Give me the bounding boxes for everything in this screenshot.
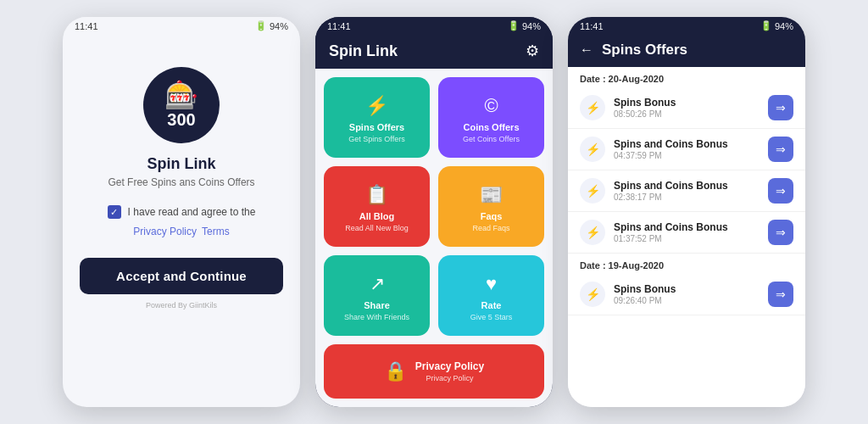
phone2-grid: ⚡ Spins Offers Get Spins Offers © Coins … [315, 69, 553, 407]
status-bar-1: 11:41 🔋 94% [63, 17, 300, 35]
share-icon: ↗ [370, 273, 385, 295]
app-tagline: Get Free Spins ans Coins Offers [108, 176, 254, 188]
coins-offers-tile[interactable]: © Coins Offers Get Coins Offers [438, 77, 544, 158]
app-logo: 🎰 300 [143, 67, 220, 143]
item-time: 09:26:40 PM [614, 296, 760, 305]
phone2-header: Spin Link ⚙ [315, 35, 553, 69]
list-item: ⚡ Spins and Coins Bonus 04:37:59 PM ⇒ [568, 129, 805, 170]
settings-gear-icon[interactable]: ⚙ [526, 42, 539, 60]
agree-checkbox[interactable]: ✓ [108, 205, 121, 219]
phone3-list: Date : 20-Aug-2020 ⚡ Spins Bonus 08:50:2… [568, 67, 805, 407]
spins-offers-page-title: Spins Offers [602, 42, 687, 59]
item-text: Spins Bonus 08:50:26 PM [614, 97, 760, 119]
phone1-body: 🎰 300 Spin Link Get Free Spins ans Coins… [63, 35, 300, 407]
privacy-policy-link[interactable]: Privacy Policy [133, 226, 197, 237]
battery-icon-2: 🔋 [508, 20, 520, 31]
coins-offers-label: Coins Offers [463, 122, 519, 133]
privacy-policy-sublabel: Privacy Policy [415, 374, 484, 382]
check-icon: ✓ [110, 207, 118, 218]
time-1: 11:41 [75, 21, 98, 31]
faqs-icon: 📰 [480, 184, 503, 206]
arrow-button[interactable]: ⇒ [768, 95, 793, 120]
arrow-button[interactable]: ⇒ [768, 282, 793, 307]
bolt-icon: ⚡ [580, 178, 605, 204]
item-time: 04:37:59 PM [614, 151, 760, 160]
list-item: ⚡ Spins and Coins Bonus 01:37:52 PM ⇒ [568, 212, 805, 254]
item-text: Spins and Coins Bonus 02:38:17 PM [614, 180, 760, 202]
share-label: Share [364, 300, 390, 311]
rate-label: Rate [481, 300, 502, 311]
logo-icon: 🎰 [164, 81, 198, 109]
spins-offers-sublabel: Get Spins Offers [348, 135, 404, 143]
battery-1: 🔋 94% [255, 20, 288, 31]
phone3-header: ← Spins Offers [568, 35, 805, 67]
blog-icon: 📋 [365, 184, 388, 206]
phone-3: 11:41 🔋 94% ← Spins Offers Date : 20-Aug… [568, 17, 805, 407]
share-sublabel: Share With Friends [344, 313, 409, 321]
item-title: Spins Bonus [614, 283, 760, 295]
lock-icon: 🔒 [384, 360, 407, 382]
powered-by: Powered By GiintKils [146, 301, 217, 310]
logo-number: 300 [167, 110, 195, 129]
list-item: ⚡ Spins and Coins Bonus 02:38:17 PM ⇒ [568, 170, 805, 212]
back-button[interactable]: ← [580, 42, 593, 58]
faqs-sublabel: Read Faqs [472, 224, 509, 232]
item-time: 08:50:26 PM [614, 109, 760, 119]
bolt-icon: ⚡ [580, 95, 605, 120]
arrow-button[interactable]: ⇒ [768, 137, 793, 162]
item-title: Spins and Coins Bonus [614, 221, 760, 233]
status-bar-2: 11:41 🔋 94% [315, 17, 553, 35]
arrow-button[interactable]: ⇒ [768, 220, 793, 245]
item-title: Spins Bonus [614, 97, 760, 109]
faqs-tile[interactable]: 📰 Faqs Read Faqs [438, 166, 544, 247]
rate-sublabel: Give 5 Stars [470, 313, 513, 321]
terms-link[interactable]: Terms [202, 226, 230, 237]
app-name: Spin Link [147, 155, 216, 173]
list-item: ⚡ Spins Bonus 08:50:26 PM ⇒ [568, 87, 805, 129]
faqs-label: Faqs [481, 211, 503, 222]
spins-offers-label: Spins Offers [349, 122, 404, 133]
item-time: 02:38:17 PM [614, 192, 760, 202]
bolt-icon: ⚡ [580, 137, 605, 162]
item-text: Spins Bonus 09:26:40 PM [614, 283, 760, 305]
bolt-icon: ⚡ [580, 282, 605, 307]
rate-tile[interactable]: ♥ Rate Give 5 Stars [438, 255, 544, 336]
arrow-button[interactable]: ⇒ [768, 178, 793, 204]
phone2-app-title: Spin Link [329, 42, 398, 60]
list-item: ⚡ Spins Bonus 09:26:40 PM ⇒ [568, 274, 805, 315]
date-label-2: Date : 19-Aug-2020 [580, 260, 664, 271]
time-2: 11:41 [327, 21, 351, 31]
item-time: 01:37:52 PM [614, 234, 760, 243]
all-blog-sublabel: Read All New Blog [345, 224, 409, 232]
time-3: 11:41 [580, 21, 604, 31]
privacy-policy-label: Privacy Policy [415, 360, 484, 372]
spins-offers-tile[interactable]: ⚡ Spins Offers Get Spins Offers [324, 77, 430, 158]
date-label-1: Date : 20-Aug-2020 [580, 74, 664, 84]
status-bar-3: 11:41 🔋 94% [568, 17, 805, 35]
accept-continue-button[interactable]: Accept and Continue [80, 258, 283, 294]
item-title: Spins and Coins Bonus [614, 138, 760, 150]
item-text: Spins and Coins Bonus 01:37:52 PM [614, 221, 760, 243]
phone-1: 11:41 🔋 94% 🎰 300 Spin Link Get Free Spi… [63, 17, 300, 407]
all-blog-label: All Blog [359, 211, 395, 222]
checkbox-row: ✓ I have read and agree to the [108, 205, 256, 219]
bolt-icon: ⚡ [580, 220, 605, 245]
spins-bolt-icon: ⚡ [365, 95, 388, 117]
battery-icon-3: 🔋 [760, 20, 772, 31]
share-tile[interactable]: ↗ Share Share With Friends [324, 255, 430, 336]
rate-icon: ♥ [486, 273, 497, 295]
date-section-2: Date : 19-Aug-2020 [568, 254, 805, 274]
coins-icon: © [484, 95, 498, 117]
privacy-policy-tile[interactable]: 🔒 Privacy Policy Privacy Policy [324, 344, 544, 399]
battery-icon-1: 🔋 [255, 20, 267, 31]
all-blog-tile[interactable]: 📋 All Blog Read All New Blog [324, 166, 430, 247]
phone-2: 11:41 🔋 94% Spin Link ⚙ ⚡ Spins Offers G… [315, 17, 553, 407]
item-title: Spins and Coins Bonus [614, 180, 760, 192]
date-section-1: Date : 20-Aug-2020 [568, 67, 805, 87]
item-text: Spins and Coins Bonus 04:37:59 PM [614, 138, 760, 160]
policy-links: Privacy Policy Terms [133, 226, 229, 237]
battery-3: 🔋 94% [760, 20, 793, 31]
checkbox-label: I have read and agree to the [128, 206, 256, 218]
battery-2: 🔋 94% [508, 20, 541, 31]
coins-offers-sublabel: Get Coins Offers [463, 135, 520, 143]
